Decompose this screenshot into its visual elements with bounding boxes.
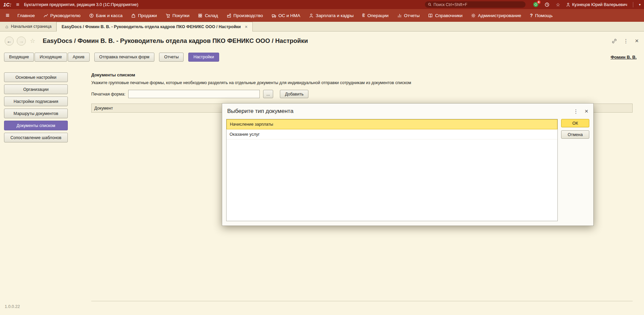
menubar-item-label: ОС и НМА [279,13,300,18]
menubar-items: Главное Руководителю Банк и касса Продаж… [13,9,557,22]
form-toolbar: Входящие Исходящие Архив Отправка печатн… [0,50,644,64]
nav-button[interactable]: Входящие [4,53,34,62]
ok-button[interactable]: ОК [561,119,589,127]
titlebar-dropdown-icon[interactable]: ▾ [639,3,641,6]
tab-label: EasyDocs / Фомин В. В. - Руководитель от… [61,24,241,29]
sidebar-button[interactable]: Основные настройки [4,72,68,82]
titlebar-separator [633,2,633,7]
menubar-item[interactable]: ДтКт Операции [358,9,393,22]
discussions-icon[interactable]: 4 [533,2,539,8]
tab-label: Начальная страница [11,24,51,29]
menubar-item-label: Руководителю [50,13,81,18]
dialog-close-icon[interactable]: × [585,108,588,115]
menubar-item-label: Операции [367,13,389,18]
favorite-star-icon[interactable]: ☆ [30,37,35,45]
menubar-item[interactable]: Администрирование [467,9,526,22]
menubar-item-label: Администрирование [478,13,521,18]
close-page-icon[interactable]: × [635,37,639,45]
dialog-title: Выберите тип документа [227,108,567,115]
nav-button[interactable]: Исходящие [35,53,67,62]
main-menu-button[interactable]: ≡ [15,2,20,8]
add-button[interactable]: Добавить [280,90,308,98]
menubar-item-label: Продажи [138,13,157,18]
section-heading: Документы списком [91,72,633,77]
dialog-header: Выберите тип документа ⋮ × [222,104,593,119]
menubar-item[interactable]: Покупки [161,9,194,22]
nav-button[interactable]: Отчеты [159,53,184,62]
help-icon: ? [530,13,533,18]
sales-bag-icon [131,13,136,18]
print-form-input[interactable] [128,90,260,98]
menubar-item[interactable]: ОС и НМА [267,9,305,22]
page-header: ← → ☆ EasyDocs / Фомин В. В. - Руководит… [0,32,644,50]
menubar-item-label: Зарплата и кадры [316,13,354,18]
menubar-item[interactable]: Отчеты [393,9,424,22]
menubar-item-label: Производство [234,13,263,18]
sidebar-button[interactable]: Сопоставление шаблонов [4,133,68,142]
menubar-item[interactable]: Зарплата и кадры [305,9,358,22]
operations-icon: ДтКт [362,13,365,18]
page-title: EasyDocs / Фомин В. В. - Руководитель от… [43,37,308,45]
list-item[interactable]: Оказание услуг [227,129,557,139]
home-icon: ⌂ [5,24,8,29]
production-icon [227,13,231,18]
section-description: Укажите групповые печатные формы, которы… [91,80,633,85]
global-search-box[interactable] [425,1,526,8]
get-link-icon[interactable] [612,39,617,44]
person-icon [309,13,313,18]
history-icon[interactable] [544,2,550,8]
1c-logo-icon: 1С: [3,2,11,7]
tab-easydocs-settings[interactable]: EasyDocs / Фомин В. В. - Руководитель от… [56,22,252,32]
version-label: 1.0.0.22 [0,301,644,315]
user-name: Кузнецов Юрий Валерьевич [572,2,627,7]
document-type-list: Начисление зарплаты Оказание услуг [226,119,558,221]
back-button[interactable]: ← [5,37,14,46]
menubar-item[interactable]: Продажи [127,9,161,22]
warehouse-icon [198,13,202,18]
current-user[interactable]: Кузнецов Юрий Валерьевич [566,2,627,7]
menubar-item-label: Склад [205,13,218,18]
dialog-more-icon[interactable]: ⋮ [573,108,579,115]
menubar-item[interactable]: Банк и касса [85,9,127,22]
nav-button[interactable]: Отправка печатных форм [94,53,155,62]
sections-menu-button[interactable]: ≡ [2,12,13,19]
dialog-body: Начисление зарплаты Оказание услуг ОК От… [222,119,593,226]
browse-button[interactable]: ... [263,90,273,98]
forward-button[interactable]: → [17,37,26,46]
cart-icon [166,13,170,18]
chart-line-icon [44,13,48,18]
list-item[interactable]: Начисление зарплаты [227,119,557,129]
tab-close-icon[interactable]: × [245,24,248,29]
menubar-item[interactable]: Руководителю [39,9,85,22]
more-actions-icon[interactable]: ⋮ [623,38,629,44]
settings-sidebar: Основные настройки Организации Настройки… [0,64,91,301]
nav-button[interactable]: Архив [68,53,90,62]
sidebar-button[interactable]: Маршруты документов [4,109,68,118]
search-icon [428,3,432,6]
menubar-item[interactable]: Производство [222,9,267,22]
menubar-item-label: Банк и касса [96,13,123,18]
current-profile-link[interactable]: Фомин В. В. [610,55,637,60]
favorites-star-icon[interactable]: ☆ [555,2,561,8]
sidebar-button[interactable]: Организации [4,84,68,94]
tab-home-page[interactable]: ⌂ Начальная страница [1,22,56,31]
reports-icon [397,13,402,18]
nav-button[interactable]: Настройки [188,53,219,62]
app-window: { "titlebar": { "logo": "1С:", "title": … [0,0,644,315]
titlebar-icons: 4 ☆ Кузнецов Юрий Валерьевич ▾ [533,2,641,8]
truck-icon [272,13,276,18]
sidebar-button[interactable]: Документы списком [4,121,68,130]
global-search-input[interactable] [434,2,523,7]
open-windows-tabbar: ⌂ Начальная страница EasyDocs / Фомин В.… [0,22,644,32]
print-form-label: Печатная форма: [91,92,126,97]
gear-icon [471,13,476,18]
menubar-item[interactable]: Справочники [424,9,467,22]
page-header-actions: ⋮ × [612,37,639,45]
menubar-item[interactable]: ? Помощь [526,9,557,22]
menubar-item[interactable]: Склад [194,9,222,22]
user-icon [566,3,570,7]
sections-menubar: ≡ Главное Руководителю Банк и касса Прод… [0,9,644,22]
cancel-button[interactable]: Отмена [561,130,589,139]
menubar-item[interactable]: Главное [13,9,39,22]
sidebar-button[interactable]: Настройки подписания [4,97,68,106]
